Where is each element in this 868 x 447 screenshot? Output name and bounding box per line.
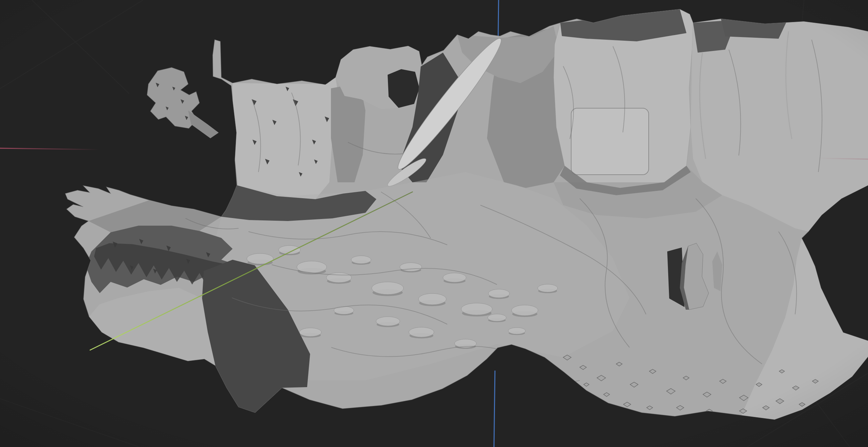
upper-left-face	[232, 77, 339, 199]
viewport-canvas[interactable]	[0, 0, 868, 447]
3d-viewport[interactable]	[0, 0, 868, 447]
slab-panel	[571, 108, 649, 175]
